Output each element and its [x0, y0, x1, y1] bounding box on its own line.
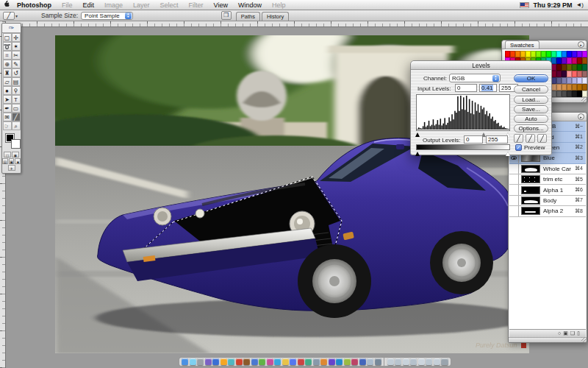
dock-app-icon[interactable]	[220, 358, 227, 365]
delete-channel-icon[interactable]: ▯	[577, 330, 580, 336]
well-tab-history[interactable]: History	[262, 12, 289, 21]
color-swatch[interactable]	[556, 84, 562, 91]
eraser-tool[interactable]: ▱	[3, 77, 12, 86]
color-swatch[interactable]	[551, 84, 556, 91]
dock-minimized-window-icon[interactable]	[418, 358, 425, 365]
color-swatch[interactable]	[541, 51, 546, 57]
history-brush-tool[interactable]: ↺	[12, 68, 21, 77]
swatches-titlebar[interactable]: Swatches ▸	[502, 40, 587, 49]
dock-app-icon[interactable]	[274, 358, 281, 365]
color-swatch[interactable]	[582, 77, 587, 84]
dock-minimized-window-icon[interactable]	[387, 358, 394, 365]
dock-app-icon[interactable]	[305, 358, 312, 365]
dock-minimized-window-icon[interactable]	[410, 358, 417, 365]
trash-icon[interactable]	[441, 358, 448, 365]
dock-app-icon[interactable]	[228, 358, 234, 365]
color-swatch[interactable]	[567, 51, 572, 57]
us-flag-icon[interactable]	[520, 2, 529, 8]
resize-grip-icon[interactable]	[581, 337, 587, 342]
channel-row-trim-etc[interactable]: trim etc⌘5	[509, 174, 586, 185]
save-selection-icon[interactable]: ▣	[563, 330, 568, 336]
color-swatch[interactable]	[577, 84, 582, 91]
fullscreen-button[interactable]: ■	[15, 158, 21, 164]
brush-tool[interactable]: ✎	[12, 60, 21, 68]
load-selection-icon[interactable]: ○	[558, 330, 561, 336]
output-white-field[interactable]: 255	[486, 135, 508, 144]
options-button[interactable]: Options...	[514, 124, 548, 132]
color-swatch[interactable]	[577, 51, 582, 57]
color-swatch[interactable]	[572, 91, 577, 97]
color-swatch[interactable]	[505, 51, 510, 57]
color-swatch[interactable]	[551, 51, 556, 57]
channel-row-alpha-2[interactable]: Alpha 2⌘8	[509, 206, 586, 216]
jump-to-imageready-button[interactable]: ✈	[8, 165, 15, 171]
color-swatch[interactable]	[556, 91, 562, 97]
color-swatch[interactable]	[562, 57, 567, 64]
magic-wand-tool[interactable]: ✶	[12, 42, 21, 51]
color-swatch[interactable]	[567, 64, 572, 71]
channel-row-whole-car[interactable]: Whole Car⌘4	[509, 164, 586, 174]
color-swatch[interactable]	[582, 51, 587, 57]
file-browser-icon[interactable]: ❒	[221, 11, 232, 20]
color-swatch[interactable]	[572, 57, 577, 64]
resize-grip-icon[interactable]	[581, 97, 587, 102]
ok-button[interactable]: OK	[514, 74, 548, 82]
gray-eyedropper-icon[interactable]: ╱	[526, 134, 535, 143]
output-white-slider[interactable]	[506, 152, 510, 156]
color-swatch[interactable]	[572, 64, 577, 71]
blur-tool[interactable]: ●	[3, 86, 12, 95]
preview-checkbox[interactable]: ✓	[515, 144, 522, 151]
new-channel-icon[interactable]: ❏	[570, 330, 575, 336]
type-tool[interactable]: T	[12, 95, 21, 104]
volume-icon[interactable]: ◄)	[576, 1, 584, 8]
levels-dialog-title[interactable]: Levels	[411, 61, 551, 70]
visibility-eye-icon[interactable]	[509, 185, 519, 194]
palette-menu-icon[interactable]: ▸	[578, 41, 584, 48]
dock-minimized-window-icon[interactable]	[434, 358, 440, 365]
dodge-tool[interactable]: ⚲	[12, 86, 21, 95]
input-black-field[interactable]: 0	[455, 84, 477, 92]
dock-app-icon[interactable]	[236, 358, 243, 365]
color-swatch[interactable]	[567, 57, 572, 64]
color-swatch[interactable]	[577, 64, 582, 71]
standard-mode-button[interactable]: ◻	[4, 152, 11, 158]
load-button[interactable]: Load...	[514, 96, 548, 104]
color-swatch[interactable]	[572, 51, 577, 57]
dock-app-icon[interactable]	[259, 358, 265, 365]
hand-tool[interactable]: ☞	[3, 121, 12, 130]
healing-brush-tool[interactable]: ⊕	[3, 60, 12, 68]
apple-menu-icon[interactable]	[0, 0, 12, 10]
pen-tool[interactable]: ✒	[3, 104, 12, 113]
dock-app-icon[interactable]	[336, 358, 343, 365]
notes-tool[interactable]: ✉	[3, 113, 12, 121]
dock-app-icon[interactable]	[190, 358, 196, 365]
standard-screen-button[interactable]: ▤	[2, 158, 8, 164]
visibility-eye-icon[interactable]	[509, 174, 519, 184]
color-swatch[interactable]	[567, 84, 572, 91]
eyedropper-icon[interactable]: ╱	[3, 12, 15, 20]
channels-menu-icon[interactable]: ▸	[578, 113, 584, 120]
dock-app-icon[interactable]	[329, 358, 335, 365]
visibility-eye-icon[interactable]	[509, 164, 519, 174]
dock-minimized-window-icon[interactable]	[395, 358, 401, 365]
dock-app-icon[interactable]	[243, 358, 250, 365]
color-swatch[interactable]	[582, 84, 587, 91]
dock-app-icon[interactable]	[282, 358, 289, 365]
menu-window[interactable]: Window	[233, 1, 267, 9]
crop-tool[interactable]: ⌗	[3, 51, 12, 60]
rectangular-marquee-tool[interactable]: ▢	[3, 33, 12, 42]
color-swatch[interactable]	[551, 64, 556, 71]
color-swatch[interactable]	[556, 57, 562, 64]
dock-app-icon[interactable]	[320, 358, 327, 365]
color-swatch[interactable]	[572, 84, 577, 91]
shape-tool[interactable]: ▭	[12, 104, 21, 113]
channel-row-alpha-1[interactable]: Alpha 1⌘6	[509, 185, 586, 195]
color-swatch[interactable]	[531, 51, 536, 57]
color-swatch[interactable]	[572, 77, 577, 84]
gradient-tool[interactable]: ▤	[12, 77, 21, 86]
dock-app-icon[interactable]	[205, 358, 212, 365]
dock-app-icon[interactable]	[313, 358, 320, 365]
slice-tool[interactable]: ✂	[12, 51, 21, 60]
dock-app-icon[interactable]	[359, 358, 366, 365]
dock-app-icon[interactable]	[251, 358, 258, 365]
